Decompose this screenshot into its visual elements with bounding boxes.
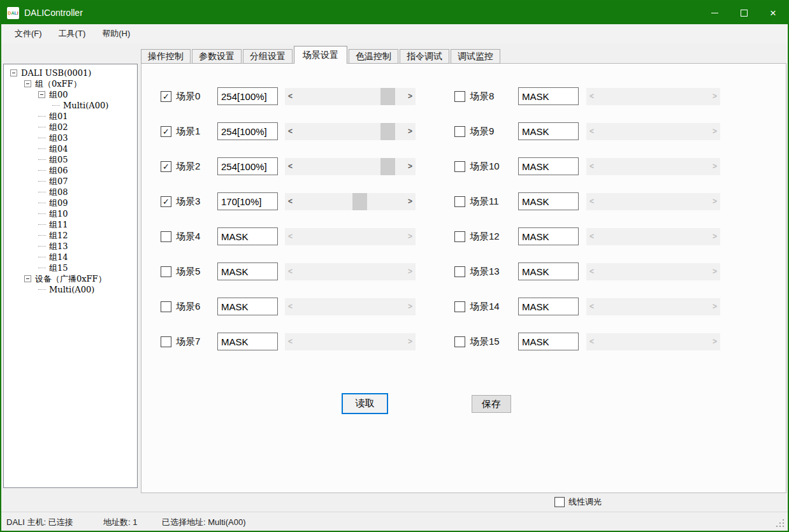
- tab-3[interactable]: 场景设置: [294, 46, 347, 64]
- tab-2[interactable]: 分组设置: [243, 49, 293, 64]
- scene-checkbox-场景0[interactable]: ✓: [161, 91, 171, 102]
- scene-scrollbar-场景3[interactable]: <>: [285, 193, 416, 210]
- tree-node-7[interactable]: 组04: [4, 143, 137, 154]
- scrollbar-right-arrow-icon[interactable]: >: [709, 158, 720, 175]
- scrollbar-right-arrow-icon[interactable]: >: [709, 263, 720, 280]
- scrollbar-left-arrow-icon[interactable]: <: [285, 263, 296, 280]
- scrollbar-right-arrow-icon[interactable]: >: [405, 298, 416, 315]
- scrollbar-right-arrow-icon[interactable]: >: [709, 123, 720, 140]
- tree-node-4[interactable]: 组01: [4, 111, 137, 122]
- scene-value-input-场景11[interactable]: [518, 192, 579, 210]
- scrollbar-left-arrow-icon[interactable]: <: [285, 88, 296, 105]
- scrollbar-right-arrow-icon[interactable]: >: [709, 88, 720, 105]
- scene-scrollbar-场景14[interactable]: <>: [586, 298, 720, 315]
- tree-node-16[interactable]: 组13: [4, 241, 137, 252]
- tab-1[interactable]: 参数设置: [192, 49, 242, 64]
- scene-scrollbar-场景1[interactable]: <>: [285, 123, 416, 140]
- scrollbar-left-arrow-icon[interactable]: <: [285, 123, 296, 140]
- tree-expander-icon[interactable]: [10, 69, 17, 76]
- scene-scrollbar-场景5[interactable]: <>: [285, 263, 416, 280]
- scene-scrollbar-场景7[interactable]: <>: [285, 333, 416, 350]
- tree-node-15[interactable]: 组12: [4, 230, 137, 241]
- scene-value-input-场景8[interactable]: [518, 87, 579, 105]
- scrollbar-right-arrow-icon[interactable]: >: [405, 123, 416, 140]
- scene-checkbox-场景14[interactable]: [454, 301, 465, 312]
- scrollbar-thumb[interactable]: [380, 88, 395, 105]
- scene-checkbox-场景11[interactable]: [454, 196, 465, 207]
- tree-node-0[interactable]: DALI USB(0001): [4, 68, 137, 78]
- scene-checkbox-场景12[interactable]: [454, 231, 465, 242]
- scrollbar-right-arrow-icon[interactable]: >: [709, 193, 720, 210]
- scene-value-input-场景2[interactable]: [217, 157, 278, 175]
- tree-node-5[interactable]: 组02: [4, 122, 137, 133]
- scene-value-input-场景3[interactable]: [217, 192, 278, 210]
- scene-scrollbar-场景11[interactable]: <>: [586, 193, 720, 210]
- tree-node-13[interactable]: 组10: [4, 208, 137, 219]
- scene-value-input-场景15[interactable]: [518, 333, 579, 350]
- read-button[interactable]: 读取: [342, 393, 388, 414]
- scene-value-input-场景9[interactable]: [518, 122, 579, 140]
- scrollbar-right-arrow-icon[interactable]: >: [405, 193, 416, 210]
- linear-dimming-checkbox[interactable]: [554, 497, 565, 507]
- resize-grip[interactable]: [783, 526, 784, 527]
- tree-node-20[interactable]: Multi(A00): [4, 284, 137, 295]
- scrollbar-left-arrow-icon[interactable]: <: [586, 158, 597, 175]
- scene-value-input-场景13[interactable]: [518, 262, 579, 280]
- scrollbar-right-arrow-icon[interactable]: >: [405, 88, 416, 105]
- tree-expander-icon[interactable]: [24, 80, 31, 87]
- scene-value-input-场景12[interactable]: [518, 227, 579, 245]
- scrollbar-left-arrow-icon[interactable]: <: [285, 158, 296, 175]
- scene-checkbox-场景8[interactable]: [454, 91, 465, 102]
- tab-5[interactable]: 指令调试: [400, 49, 449, 64]
- scene-checkbox-场景15[interactable]: [454, 336, 465, 347]
- tree-node-6[interactable]: 组03: [4, 133, 137, 143]
- scrollbar-thumb[interactable]: [380, 158, 395, 175]
- scene-checkbox-场景1[interactable]: ✓: [161, 126, 171, 137]
- tree-node-3[interactable]: Multi(A00): [4, 100, 137, 111]
- tree-node-10[interactable]: 组07: [4, 176, 137, 187]
- scene-checkbox-场景7[interactable]: [161, 336, 171, 347]
- scene-value-input-场景10[interactable]: [518, 157, 579, 175]
- tree-node-9[interactable]: 组06: [4, 165, 137, 176]
- scrollbar-left-arrow-icon[interactable]: <: [285, 193, 296, 210]
- tree-expander-icon[interactable]: [38, 91, 45, 98]
- menu-file[interactable]: 文件(F): [6, 24, 50, 43]
- scrollbar-right-arrow-icon[interactable]: >: [709, 298, 720, 315]
- scrollbar-right-arrow-icon[interactable]: >: [405, 263, 416, 280]
- scene-value-input-场景7[interactable]: [217, 333, 278, 350]
- minimize-button[interactable]: [700, 1, 729, 24]
- scene-scrollbar-场景8[interactable]: <>: [586, 88, 720, 105]
- scene-scrollbar-场景6[interactable]: <>: [285, 298, 416, 315]
- scene-value-input-场景14[interactable]: [518, 298, 579, 315]
- close-button[interactable]: ×: [758, 1, 788, 24]
- tab-6[interactable]: 调试监控: [451, 49, 500, 64]
- scrollbar-right-arrow-icon[interactable]: >: [405, 333, 416, 350]
- tree-node-2[interactable]: 组00: [4, 89, 137, 100]
- scene-checkbox-场景9[interactable]: [454, 126, 465, 137]
- tab-4[interactable]: 色温控制: [349, 49, 398, 64]
- tree-node-8[interactable]: 组05: [4, 154, 137, 165]
- scene-checkbox-场景5[interactable]: [161, 266, 171, 277]
- scene-scrollbar-场景0[interactable]: <>: [285, 88, 416, 105]
- scene-scrollbar-场景10[interactable]: <>: [586, 158, 720, 175]
- tree-node-12[interactable]: 组09: [4, 198, 137, 208]
- scene-value-input-场景4[interactable]: [217, 227, 278, 245]
- scrollbar-left-arrow-icon[interactable]: <: [586, 88, 597, 105]
- scrollbar-right-arrow-icon[interactable]: >: [709, 228, 720, 245]
- scrollbar-right-arrow-icon[interactable]: >: [405, 228, 416, 245]
- scene-checkbox-场景10[interactable]: [454, 161, 465, 172]
- tree-node-1[interactable]: 组（0xFF）: [4, 78, 137, 89]
- scene-scrollbar-场景12[interactable]: <>: [586, 228, 720, 245]
- scrollbar-left-arrow-icon[interactable]: <: [586, 193, 597, 210]
- scrollbar-left-arrow-icon[interactable]: <: [586, 228, 597, 245]
- scrollbar-left-arrow-icon[interactable]: <: [285, 298, 296, 315]
- scene-scrollbar-场景4[interactable]: <>: [285, 228, 416, 245]
- scene-value-input-场景1[interactable]: [217, 122, 278, 140]
- scrollbar-thumb[interactable]: [352, 193, 367, 210]
- scene-scrollbar-场景9[interactable]: <>: [586, 123, 720, 140]
- scrollbar-right-arrow-icon[interactable]: >: [405, 158, 416, 175]
- tree-node-14[interactable]: 组11: [4, 219, 137, 230]
- scrollbar-thumb[interactable]: [380, 123, 395, 140]
- tab-0[interactable]: 操作控制: [141, 49, 191, 64]
- tree-node-17[interactable]: 组14: [4, 252, 137, 262]
